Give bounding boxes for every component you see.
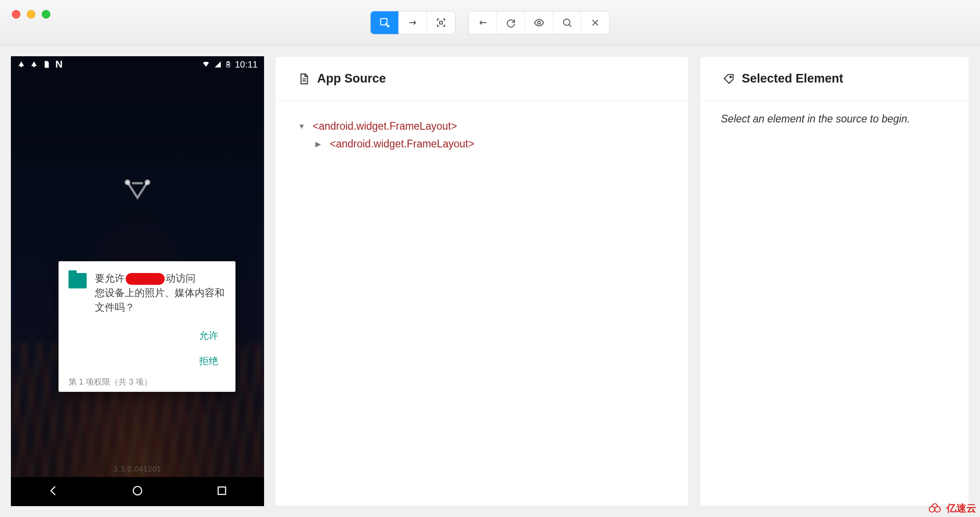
version-watermark: 3.3.0.041201: [113, 465, 161, 473]
record-toggle-button[interactable]: [525, 11, 553, 34]
selected-element-hint: Select an element in the source to begin…: [700, 101, 969, 137]
tree-node-label[interactable]: <android.widget.FrameLayout>: [330, 138, 474, 150]
tree-node-label[interactable]: <android.widget.FrameLayout>: [313, 120, 457, 132]
svg-point-8: [133, 487, 142, 495]
svg-point-11: [929, 507, 935, 512]
toolbar-group-session: [468, 11, 610, 34]
eye-icon: [534, 17, 544, 28]
redacted-app-name: [126, 273, 165, 285]
arrow-left-icon: [477, 17, 488, 28]
close-window-button[interactable]: [12, 10, 20, 19]
svg-point-3: [564, 19, 570, 25]
brand-text: 亿速云: [946, 502, 976, 515]
zoom-window-button[interactable]: [42, 10, 50, 19]
signal-icon: [214, 61, 221, 68]
quit-button[interactable]: [581, 11, 609, 34]
file-icon: [298, 73, 310, 85]
device-screenshot[interactable]: N 10:11 要允许动访问 您设备上的照片、媒体内容: [11, 56, 264, 506]
brand-icon: [928, 503, 944, 513]
select-element-icon: [379, 17, 390, 28]
app-source-panel: App Source ▼ <android.widget.FrameLayout…: [275, 56, 689, 506]
app-source-title: App Source: [317, 72, 386, 86]
selected-element-panel: Selected Element Select an element in th…: [700, 56, 969, 506]
arrow-right-icon: [407, 17, 418, 28]
sdcard-icon: [43, 60, 51, 69]
allow-button[interactable]: 允许: [192, 323, 225, 348]
n-badge-icon: N: [55, 59, 63, 70]
caret-right-icon[interactable]: ▶: [315, 140, 323, 148]
permission-dialog-text: 要允许动访问 您设备上的照片、媒体内容和文件吗？: [95, 271, 225, 315]
dialog-text-mid: 动访问: [166, 273, 196, 284]
deny-button[interactable]: 拒绝: [192, 348, 225, 374]
watermark-brand: 亿速云: [928, 502, 976, 515]
swipe-button[interactable]: [399, 11, 427, 34]
svg-point-10: [730, 76, 731, 78]
tag-icon: [723, 73, 735, 85]
app-logo-icon: [124, 179, 151, 203]
source-tree: ▼ <android.widget.FrameLayout> ▶ <androi…: [275, 101, 688, 169]
statusbar-time: 10:11: [235, 59, 258, 70]
refresh-button[interactable]: [497, 11, 525, 34]
svg-point-7: [146, 180, 149, 184]
refresh-icon: [505, 17, 516, 28]
folder-icon: [69, 273, 87, 288]
selected-element-title: Selected Element: [742, 72, 843, 86]
toolbar: [370, 11, 610, 34]
dialog-text-pre: 要允许: [95, 273, 125, 284]
nav-home-button[interactable]: [131, 484, 144, 499]
svg-point-2: [538, 21, 540, 24]
selected-element-header: Selected Element: [700, 57, 969, 101]
svg-point-12: [935, 507, 940, 512]
svg-rect-9: [218, 487, 225, 494]
notification-icon: [30, 60, 38, 68]
select-element-button[interactable]: [371, 11, 399, 34]
titlebar: [0, 0, 980, 45]
window-controls: [12, 10, 50, 19]
content-area: N 10:11 要允许动访问 您设备上的照片、媒体内容: [0, 45, 980, 517]
tree-node-child[interactable]: ▶ <android.widget.FrameLayout>: [315, 135, 666, 153]
svg-point-6: [126, 180, 129, 184]
screenshot-button[interactable]: [427, 11, 455, 34]
android-statusbar: N 10:11: [11, 56, 264, 73]
search-icon: [562, 17, 573, 28]
tree-node-root[interactable]: ▼ <android.widget.FrameLayout>: [298, 117, 666, 135]
svg-rect-1: [440, 21, 442, 24]
caret-down-icon[interactable]: ▼: [298, 122, 306, 131]
fullscreen-icon: [436, 17, 446, 28]
android-navbar: [11, 477, 264, 506]
minimize-window-button[interactable]: [27, 10, 35, 19]
toolbar-group-inspect: [370, 11, 456, 34]
notification-icon: [17, 60, 25, 68]
permission-dialog: 要允许动访问 您设备上的照片、媒体内容和文件吗？ 允许 拒绝 第 1 项权限（共…: [59, 261, 235, 392]
battery-icon: [225, 60, 231, 69]
svg-rect-5: [227, 62, 229, 63]
permission-counter: 第 1 项权限（共 3 项）: [69, 376, 225, 387]
close-icon: [590, 17, 601, 28]
dialog-text-line2: 您设备上的照片、媒体内容和文件吗？: [95, 287, 225, 313]
back-button[interactable]: [469, 11, 497, 34]
nav-back-button[interactable]: [47, 484, 59, 499]
wifi-icon: [201, 61, 211, 68]
nav-recents-button[interactable]: [216, 484, 228, 499]
app-source-header: App Source: [275, 57, 688, 101]
search-button[interactable]: [553, 11, 581, 34]
